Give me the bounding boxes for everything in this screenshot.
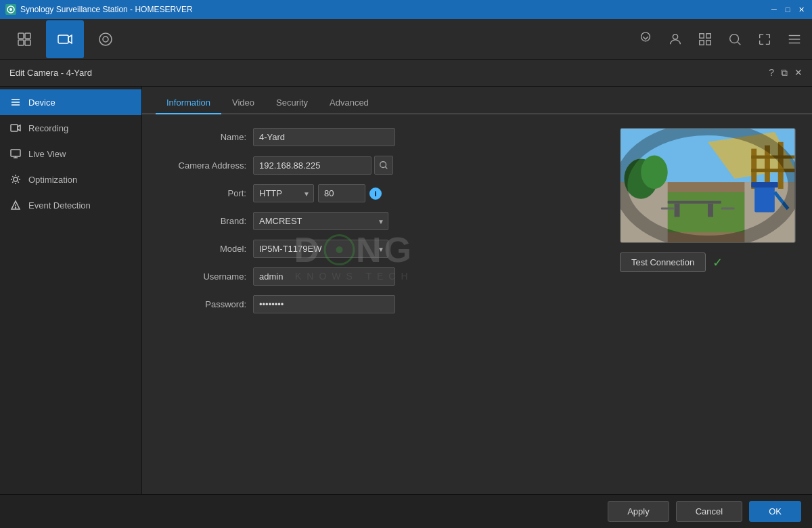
svg-line-16 (738, 42, 740, 45)
svg-point-27 (14, 177, 18, 181)
brand-label: Brand: (158, 216, 246, 226)
toolbar-mic-btn[interactable] (87, 20, 125, 58)
search-btn[interactable] (723, 27, 747, 51)
address-search-btn[interactable] (374, 156, 393, 175)
svg-rect-50 (661, 208, 675, 210)
sidebar: Device Recording (0, 87, 142, 494)
address-row: Camera Address: (158, 156, 600, 175)
dialog-title: Edit Camera - 4-Yard (9, 68, 92, 78)
svg-rect-24 (11, 150, 20, 156)
svg-line-32 (385, 167, 387, 169)
camera-preview-panel: Test Connection ✓ (620, 128, 796, 323)
tab-information[interactable]: Information (156, 92, 221, 114)
svg-rect-5 (25, 40, 30, 45)
dialog-header-buttons: ? ⧉ ✕ (769, 67, 803, 79)
close-window-button[interactable]: ✕ (796, 4, 807, 15)
gear-icon (9, 173, 22, 185)
svg-rect-4 (18, 40, 24, 45)
dialog-close-btn[interactable]: ✕ (794, 67, 803, 79)
port-protocol-select[interactable]: HTTP HTTPS RTSP (253, 184, 314, 202)
svg-rect-12 (706, 33, 710, 37)
maximize-button[interactable]: □ (782, 4, 793, 15)
dialog-header: Edit Camera - 4-Yard ? ⧉ ✕ (0, 60, 812, 87)
brand-select-wrapper: AMCREST Axis Hikvision ▼ (253, 212, 388, 230)
password-label: Password: (158, 299, 246, 309)
tab-security[interactable]: Security (265, 92, 319, 114)
tab-video[interactable]: Video (221, 92, 265, 114)
address-input-group (253, 156, 393, 175)
model-row: Model: IP5M-T1179EW IP8M-2496EW ▼ (158, 240, 600, 258)
address-input[interactable] (253, 156, 371, 175)
brand-select[interactable]: AMCREST Axis Hikvision (253, 212, 388, 230)
dialog-footer: Apply Cancel OK (0, 494, 812, 528)
main-toolbar (0, 19, 812, 60)
sidebar-liveview-label: Live View (28, 149, 66, 159)
address-label: Camera Address: (158, 160, 246, 171)
menu-btn[interactable] (782, 27, 807, 51)
sidebar-item-recording[interactable]: Recording (0, 115, 141, 141)
svg-rect-48 (675, 204, 680, 217)
svg-rect-6 (58, 35, 68, 43)
port-number-input[interactable] (318, 184, 365, 202)
svg-point-15 (730, 34, 739, 43)
password-row: Password: (158, 295, 600, 313)
port-protocol-wrapper: HTTP HTTPS RTSP ▼ (253, 184, 314, 202)
ok-button[interactable]: OK (749, 501, 801, 522)
username-label: Username: (158, 271, 246, 282)
name-label: Name: (158, 132, 246, 142)
dialog-help-btn[interactable]: ? (769, 67, 774, 79)
titlebar: Synology Surveillance Station - HOMESERV… (0, 0, 812, 19)
svg-rect-49 (708, 204, 713, 217)
svg-rect-53 (751, 182, 778, 188)
fullscreen-btn[interactable] (752, 27, 777, 51)
sidebar-item-optimization[interactable]: Optimization (0, 167, 141, 192)
minimize-button[interactable]: ─ (769, 4, 780, 15)
svg-point-7 (99, 33, 112, 45)
tab-advanced[interactable]: Advanced (319, 92, 380, 114)
toolbar-nav (5, 20, 125, 58)
sidebar-device-label: Device (28, 97, 55, 108)
svg-rect-36 (661, 192, 748, 232)
sidebar-item-event-detection[interactable]: Event Detection (0, 192, 141, 218)
apply-button[interactable]: Apply (608, 501, 669, 522)
grid-btn[interactable] (693, 27, 717, 51)
notifications-btn[interactable] (633, 27, 658, 51)
tab-bar: Information Video Security Advanced (142, 87, 812, 114)
dialog-restore-btn[interactable]: ⧉ (781, 67, 788, 79)
test-connection-btn[interactable]: Test Connection (620, 252, 706, 272)
model-select[interactable]: IP5M-T1179EW IP8M-2496EW (253, 240, 388, 258)
svg-rect-51 (721, 208, 735, 210)
app-icon (5, 4, 16, 15)
connection-success-icon: ✓ (713, 255, 723, 270)
svg-rect-14 (706, 40, 710, 44)
test-connection-area: Test Connection ✓ (620, 252, 796, 272)
port-label: Port: (158, 188, 246, 198)
model-select-wrapper: IP5M-T1179EW IP8M-2496EW ▼ (253, 240, 388, 258)
username-row: Username: (158, 267, 600, 286)
sidebar-event-label: Event Detection (28, 200, 91, 211)
sidebar-item-device[interactable]: Device (0, 89, 141, 115)
content-area: Device Recording (0, 87, 812, 494)
username-input[interactable] (253, 267, 395, 286)
toolbar-overview-btn[interactable] (5, 20, 43, 58)
sidebar-item-live-view[interactable]: Live View (0, 141, 141, 167)
titlebar-left: Synology Surveillance Station - HOMESERV… (5, 4, 193, 15)
password-input[interactable] (253, 295, 395, 313)
svg-rect-11 (700, 33, 704, 37)
svg-rect-2 (18, 33, 24, 39)
svg-point-10 (673, 34, 677, 39)
toolbar-camera-btn[interactable] (46, 20, 84, 58)
cancel-button[interactable]: Cancel (676, 501, 742, 522)
name-input[interactable] (253, 128, 395, 146)
user-btn[interactable] (663, 27, 687, 51)
svg-point-41 (641, 156, 668, 189)
monitor-icon (9, 148, 22, 160)
toolbar-actions (633, 27, 807, 51)
svg-rect-52 (754, 185, 775, 213)
svg-rect-23 (11, 125, 18, 131)
camera-preview-image (620, 128, 796, 243)
svg-point-8 (103, 37, 108, 42)
name-row: Name: (158, 128, 600, 146)
port-info-icon[interactable]: i (369, 188, 382, 200)
svg-rect-47 (668, 201, 721, 204)
